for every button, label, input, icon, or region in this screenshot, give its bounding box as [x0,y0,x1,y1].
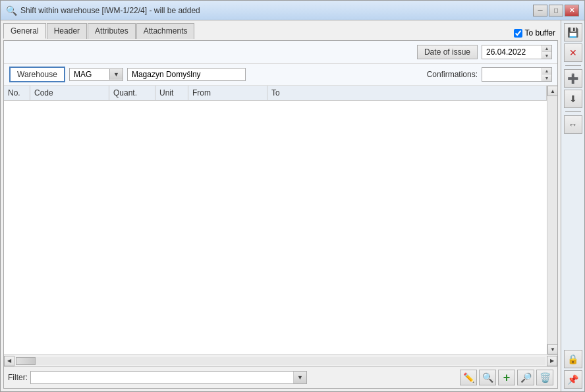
hscroll-thumb[interactable] [16,357,36,365]
date-down-button[interactable]: ▼ [542,52,551,59]
col-header-code: Code [30,86,109,100]
tabs-row: General Header Attributes Attachments To… [3,23,558,39]
warehouse-code-select[interactable]: MAG [70,69,109,80]
hscroll-bar: ◀ ▶ [4,354,557,366]
table-body [4,101,547,354]
warehouse-select-arrow[interactable]: ▼ [109,69,123,80]
scroll-down-arrow[interactable]: ▼ [547,344,557,354]
table-container: No. Code Quant. Unit From To [4,86,557,354]
tab-general[interactable]: General [3,23,46,39]
main-window: 🔍 Shift within warehouse [IWM-1/22/4] - … [0,0,585,392]
pin-button[interactable]: 📌 [564,370,582,389]
window-icon: 🔍 [6,5,16,16]
to-buffer-area: To buffer [514,28,558,38]
maximize-button[interactable]: □ [549,5,563,16]
confirmations-input[interactable] [482,69,542,80]
tab-attachments[interactable]: Attachments [136,23,195,39]
tab-attributes[interactable]: Attributes [88,23,136,39]
filter-find-button[interactable]: 🔎 [517,370,534,385]
mag-select-wrapper: MAG ▼ [69,68,123,81]
filter-buttons: ✏️ 🔍 + 🔎 🗑️ [460,370,553,385]
hscroll-left-arrow[interactable]: ◀ [4,356,14,366]
title-bar: 🔍 Shift within warehouse [IWM-1/22/4] - … [1,1,584,20]
add-row-button[interactable]: ➕ [564,69,582,88]
col-header-quant: Quant. [109,86,155,100]
date-of-issue-button[interactable]: Date of issue [417,45,478,59]
sidebar-right: 💾 ✕ ➕ ⬇ ↔ 🔒 📌 [561,20,584,391]
tab-header[interactable]: Header [47,23,87,39]
window-title: Shift within warehouse [IWM-1/22/4] - wi… [20,6,533,15]
date-row: Date of issue ▲ ▼ [4,41,557,64]
col-header-to: To [267,86,547,100]
lock-button[interactable]: 🔒 [564,350,582,368]
warehouse-button[interactable]: Warehouse [9,67,65,82]
window-close-button[interactable]: ✕ [565,5,579,16]
main-area: General Header Attributes Attachments To… [1,20,561,391]
col-header-from: From [188,86,267,100]
save-button[interactable]: 💾 [564,23,582,42]
to-buffer-label: To buffer [525,28,555,38]
confirmations-wrapper: ▲ ▼ [482,67,552,82]
confirmations-spinner: ▲ ▼ [542,68,551,81]
vertical-scrollbar[interactable]: ▲ ▼ [547,86,557,354]
filter-label: Filter: [8,373,28,382]
date-up-button[interactable]: ▲ [542,45,551,52]
col-header-no: No. [4,86,30,100]
filter-delete-button[interactable]: 🗑️ [536,370,553,385]
sidebar-separator-2 [565,111,581,112]
date-input[interactable] [482,46,542,58]
filter-add-button[interactable]: + [498,370,515,385]
content-panel: Date of issue ▲ ▼ Warehouse MAG [3,40,558,389]
minimize-button[interactable]: ─ [533,5,547,16]
title-bar-buttons: ─ □ ✕ [533,5,579,16]
date-input-wrapper: ▲ ▼ [482,45,552,59]
confirmations-label: Confirmations: [427,70,478,79]
hscroll-right-arrow[interactable]: ▶ [547,356,557,366]
sidebar-separator-1 [565,65,581,66]
warehouse-row: Warehouse MAG ▼ Confirmations: ▲ ▼ [4,64,557,86]
filter-search-button[interactable]: 🔍 [479,370,496,385]
filter-dropdown-arrow[interactable]: ▼ [293,372,306,383]
hscroll-track[interactable] [16,357,545,365]
filter-edit-button[interactable]: ✏️ [460,370,477,385]
cancel-button[interactable]: ✕ [564,43,582,62]
table-header: No. Code Quant. Unit From To [4,86,547,101]
warehouse-name-input[interactable] [127,68,246,81]
tab-bar: General Header Attributes Attachments [3,23,194,39]
confirmations-down-button[interactable]: ▼ [542,74,551,81]
filter-input-wrapper: ▼ [30,371,307,384]
down-arrow-button[interactable]: ⬇ [564,90,582,108]
expand-button[interactable]: ↔ [564,115,582,134]
filter-area: Filter: ▼ ✏️ 🔍 + 🔎 🗑️ [4,366,557,388]
date-spinner: ▲ ▼ [542,45,551,59]
to-buffer-checkbox[interactable] [514,29,522,38]
scroll-up-arrow[interactable]: ▲ [547,86,557,96]
confirmations-up-button[interactable]: ▲ [542,68,551,74]
table-main: No. Code Quant. Unit From To [4,86,547,354]
window-body: General Header Attributes Attachments To… [1,20,584,391]
col-header-unit: Unit [155,86,188,100]
filter-input[interactable] [31,372,293,383]
